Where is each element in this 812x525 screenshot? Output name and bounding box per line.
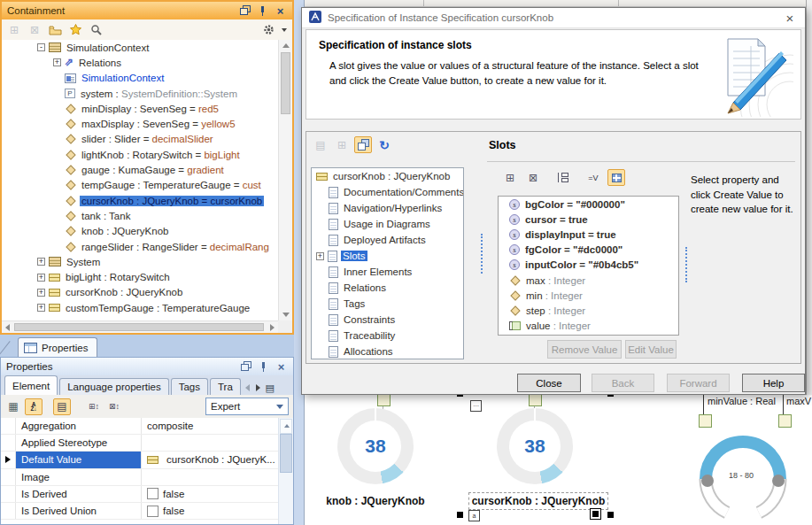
chevron-down-icon[interactable] (280, 21, 289, 38)
float-panel-icon[interactable] (239, 360, 252, 373)
tree-expander-icon[interactable]: + (37, 304, 45, 312)
tree-item[interactable]: fgColor = "#dc0000" (499, 243, 678, 258)
properties-title-bar[interactable]: Properties (1, 358, 293, 375)
tree-item[interactable]: cursorKnob : JQueryKnob = cursorKnob (2, 193, 278, 208)
scrollbar-thumb[interactable] (281, 52, 290, 114)
property-value[interactable]: false (142, 503, 278, 519)
tab-language-properties[interactable]: Language properties (59, 378, 169, 395)
property-name[interactable]: Applied Stereotype (16, 435, 142, 451)
copy-mode-icon[interactable] (354, 136, 372, 153)
anchor-handle[interactable] (590, 508, 601, 520)
tree-item[interactable]: Documentation/Comments (312, 184, 463, 200)
dialog-close-icon[interactable] (782, 11, 798, 26)
property-name[interactable]: Is Derived Union (16, 503, 142, 519)
grid-view-icon[interactable] (607, 169, 625, 186)
open-folder-icon[interactable] (46, 21, 64, 38)
show-values-icon[interactable] (584, 169, 602, 186)
scroll-up-icon[interactable] (280, 419, 292, 434)
tree-item[interactable]: lightKnob : RotarySwitch = bigLight (2, 147, 278, 162)
tree-item[interactable]: bgColor = "#000000" (499, 197, 678, 212)
tree-item[interactable]: Relations (312, 280, 463, 296)
properties-mode-select[interactable]: Expert (205, 398, 289, 415)
tree-item[interactable]: Constraints (312, 312, 463, 328)
remove-value-button[interactable]: Remove Value (547, 340, 622, 359)
filter-structure-icon[interactable] (5, 21, 23, 38)
tree-item[interactable]: minDisplay : SevenSeg = red5 (2, 101, 278, 116)
property-value[interactable]: false (142, 486, 278, 502)
tree-item[interactable]: -SimulationContext (2, 40, 278, 55)
edit-value-button[interactable]: Edit Value (625, 340, 677, 359)
expand-all-icon[interactable] (85, 398, 103, 415)
tree-item[interactable]: step : Integer (499, 303, 678, 318)
property-name[interactable]: Image (16, 469, 142, 485)
property-row[interactable]: Image (1, 469, 278, 486)
pin-panel-icon[interactable] (257, 360, 270, 373)
pin-panel-icon[interactable] (256, 4, 269, 17)
tree-item[interactable]: Navigation/Hyperlinks (312, 200, 463, 216)
tree-item[interactable]: maxDisplay : SevenSeg = yellow5 (2, 116, 278, 131)
sort-alphabetical-icon[interactable] (25, 398, 43, 415)
containment-horizontal-scrollbar[interactable] (2, 320, 278, 333)
tree-item[interactable]: Tags (312, 296, 463, 312)
tree-item[interactable]: +customTempGauge : TemperatureGauge (2, 300, 278, 315)
tree-item[interactable]: tempGauge : TemperatureGauge = cust (2, 178, 278, 193)
float-panel-icon[interactable] (238, 4, 251, 17)
checkbox[interactable] (147, 488, 159, 499)
tree-expander-icon[interactable]: + (53, 58, 61, 66)
tree-item[interactable]: Deployed Artifacts (312, 232, 463, 248)
close-panel-icon[interactable] (275, 360, 288, 373)
property-row[interactable]: Applied Stereotype (1, 435, 278, 452)
property-value[interactable]: cursorKnob : JQueryK... (142, 452, 278, 467)
property-row[interactable]: Is Derivedfalse (1, 486, 278, 503)
property-value[interactable]: composite (142, 418, 278, 434)
smart-manipulator-icon[interactable]: ⋯ (470, 400, 482, 412)
knob-port[interactable] (377, 393, 391, 406)
knob-label-box[interactable]: cursorKnob : JQueryKnob (468, 492, 608, 510)
containment-vertical-scrollbar[interactable] (278, 40, 292, 320)
close-button[interactable]: Close (517, 374, 581, 392)
tree-expander-icon[interactable]: + (37, 258, 45, 266)
selection-handle[interactable] (457, 512, 463, 518)
tree-item[interactable]: Allocations (312, 344, 463, 359)
tree-item[interactable]: knob : JQueryKnob (2, 224, 278, 239)
containment-title-bar[interactable]: Containment (2, 2, 292, 19)
tree-item[interactable]: +System (2, 254, 278, 269)
tree-item[interactable]: slider : Slider = decimalSlider (2, 132, 278, 147)
tree-item[interactable]: system : SystemDefinition::System (2, 86, 278, 101)
property-name[interactable]: Aggregation (16, 418, 142, 434)
tree-item[interactable]: cursor = true (499, 212, 678, 227)
tree-item[interactable]: +bigLight : RotarySwitch (2, 269, 278, 284)
tree-item[interactable]: cursorKnob : JQueryKnob (312, 168, 463, 184)
hierarchy-icon[interactable] (554, 169, 572, 186)
property-value[interactable] (142, 435, 278, 451)
tab-tags[interactable]: Tags (171, 378, 208, 395)
tree-item[interactable]: +Relations (2, 55, 278, 70)
scrollbar-thumb[interactable] (14, 323, 264, 331)
checkbox[interactable] (147, 506, 159, 517)
properties-scrollbar[interactable] (278, 418, 293, 524)
search-icon[interactable] (87, 21, 104, 38)
tab-list-menu-icon[interactable] (264, 381, 276, 395)
property-row[interactable]: Is Derived Unionfalse (1, 503, 278, 520)
settings-gear-icon[interactable] (259, 21, 277, 38)
dialog-title-bar[interactable]: Specification of Instance Specification … (302, 8, 805, 28)
tree-item[interactable]: gauge : KumaGauge = gradient (2, 162, 278, 177)
tree-item[interactable]: Usage in Diagrams (312, 216, 463, 232)
tree-expander-icon[interactable]: + (37, 274, 45, 282)
tree-item[interactable]: +cursorKnob : JQueryKnob (2, 285, 278, 300)
form-view-icon[interactable] (312, 136, 329, 153)
collapse-nodes-icon[interactable] (524, 169, 542, 186)
collapse-all-icon[interactable] (105, 398, 123, 415)
property-row[interactable]: Aggregationcomposite (1, 418, 278, 435)
tree-expander-icon[interactable]: - (37, 43, 45, 51)
tab-traceability[interactable]: Tra (210, 378, 241, 395)
tree-item[interactable]: SimulationContext (2, 71, 278, 86)
property-value[interactable] (142, 469, 278, 485)
show-description-icon[interactable] (53, 398, 71, 415)
tree-item[interactable]: Traceability (312, 328, 463, 344)
anchor-indicator-icon[interactable]: a (468, 510, 480, 521)
categorized-view-icon[interactable] (4, 398, 22, 415)
tab-scroll-right-icon[interactable] (253, 381, 264, 395)
tab-scroll-left-icon[interactable] (243, 381, 253, 395)
tree-item[interactable]: max : Integer (499, 273, 678, 288)
